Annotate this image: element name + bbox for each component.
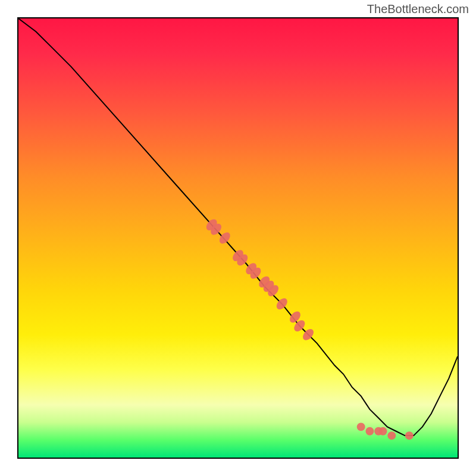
- scatter-point: [365, 427, 374, 436]
- scatter-point: [387, 431, 396, 440]
- watermark-text: TheBottleneck.com: [367, 2, 469, 16]
- curve-path: [18, 18, 458, 436]
- scatter-points-group: [204, 217, 414, 440]
- scatter-point: [405, 431, 414, 440]
- scatter-point: [379, 427, 387, 436]
- scatter-point: [357, 422, 365, 431]
- scatter-point: [217, 230, 232, 246]
- chart-plot-area: [17, 17, 459, 459]
- chart-svg: [18, 18, 458, 458]
